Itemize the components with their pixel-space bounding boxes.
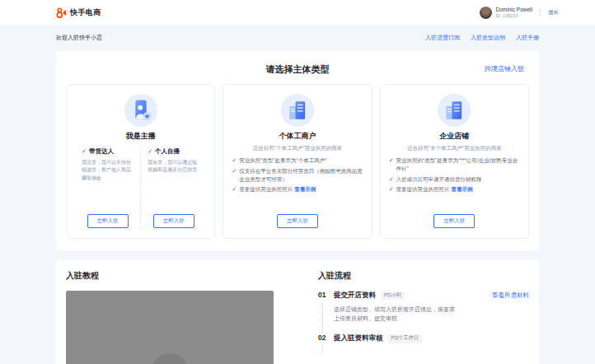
brand[interactable]: 快手电商 xyxy=(56,7,101,18)
join-now-button-distributor[interactable]: 立即入驻 xyxy=(87,214,129,228)
page: 快手电商 Dominic Powell ID: 135153 退出 欢迎入驻快手… xyxy=(0,0,595,364)
bullet-item: 仅支持在平台售卖部分经营类目（例如图书类商品需企业类型才可经营） xyxy=(232,167,363,184)
check-icon xyxy=(389,156,394,173)
check-icon xyxy=(232,185,237,194)
check-icon xyxy=(389,175,394,184)
bullet-text: 营业执照“类型”处显示为“个体工商户” xyxy=(239,157,326,163)
bullet-item: 入驻成功后可申请开通供货分销权限 xyxy=(389,175,520,184)
streamer-phone-icon xyxy=(124,94,157,127)
process-section: 入驻流程 01 提交开店资料 约1小时 查看所需材料 选择店铺类型、填写入驻所需… xyxy=(318,270,529,364)
brand-name: 快手电商 xyxy=(70,7,101,18)
building-icon xyxy=(281,94,314,127)
process-step-1: 01 提交开店资料 约1小时 查看所需材料 选择店铺类型、填写入驻所需开店信息，… xyxy=(318,291,529,334)
streamer-options: 带货达人 我没货，我可以去快分销选货，推广他人商品赚取佣金 立即入驻 个人自播 … xyxy=(75,147,206,228)
bottom-panel: 入驻教程 入驻流程 01 提交开店资料 约1小时 查看所需材料 xyxy=(56,260,539,364)
bullet-text: 仅支持在平台售卖部分经营类目（例如图书类商品需企业类型才可经营） xyxy=(239,168,363,182)
link-entry-handbook[interactable]: 入驻手册 xyxy=(516,34,539,42)
logout-button[interactable]: 退出 xyxy=(548,9,559,16)
divider xyxy=(540,8,541,16)
card-enterprise-bullets: 营业执照的“类型”处显示为“***公司/企业/农民专业合作社” 入驻成功后可申请… xyxy=(389,156,520,194)
card-enterprise-title: 企业店铺 xyxy=(439,131,469,142)
option-name: 带货达人 xyxy=(89,147,114,156)
step-title: 提交开店资料 xyxy=(334,291,376,301)
content-area: 欢迎入驻快手小店 入驻进度订阅 入驻类型说明 入驻手册 请选择主体类型 跨境店铺… xyxy=(0,25,595,364)
option-distributor: 带货达人 我没货，我可以去快分销选货，推广他人商品赚取佣金 立即入驻 xyxy=(75,147,140,228)
option-self-broadcast: 个人自播 我有货，我可以通过短视频和直播卖自己的货 立即入驻 xyxy=(140,147,206,228)
step-number: 02 xyxy=(318,334,334,343)
card-streamer-title: 我是主播 xyxy=(126,131,156,142)
user-id: ID: 135153 xyxy=(496,13,532,19)
user-name: Dominic Powell xyxy=(496,7,532,13)
entity-cards: 我是主播 带货达人 我没货，我可以去快分销选货，推广他人商品赚取佣金 立即入驻 xyxy=(66,84,529,239)
account-area: Dominic Powell ID: 135153 退出 xyxy=(480,7,559,19)
tutorial-title: 入驻教程 xyxy=(66,270,274,282)
entity-selector-panel: 请选择主体类型 跨境店铺入驻 我是主播 xyxy=(56,51,539,250)
step-description: 选择店铺类型、填写入驻所需开店信息，按要求上传资质材料、提交审核 xyxy=(334,305,459,323)
step-title: 提入驻资料审核 xyxy=(334,334,383,343)
user-info: Dominic Powell ID: 135153 xyxy=(496,7,532,19)
option-desc: 我有货，我可以通过短视频和直播卖自己的货 xyxy=(148,159,199,175)
card-enterprise-shop: 企业店铺 适合持有“非个体工商户”营业执照的商家 营业执照的“类型”处显示为“*… xyxy=(380,84,529,239)
link-entry-type-help[interactable]: 入驻类型说明 xyxy=(471,34,505,42)
view-example-link[interactable]: 查看示例 xyxy=(294,186,316,192)
card-individual-bullets: 营业执照“类型”处显示为“个体工商户” 仅支持在平台售卖部分经营类目（例如图书类… xyxy=(232,156,363,194)
bullet-item: 需要提供营业执照照片查看示例 xyxy=(389,185,520,194)
check-icon xyxy=(148,147,152,155)
step-body: 提交开店资料 约1小时 查看所需材料 选择店铺类型、填写入驻所需开店信息，按要求… xyxy=(334,291,529,323)
bullet-text: 营业执照的“类型”处显示为“***公司/企业/农民专业合作社” xyxy=(396,157,518,171)
bullet-text: 入驻成功后可申请开通供货分销权限 xyxy=(396,176,482,182)
step-body: 提入驻资料审核 约2个工作日 xyxy=(334,334,529,343)
view-example-link[interactable]: 查看示例 xyxy=(452,186,473,192)
option-head: 个人自播 xyxy=(148,147,180,156)
check-icon xyxy=(232,156,237,165)
option-head: 带货达人 xyxy=(82,147,114,156)
option-desc: 我没货，我可以去快分销选货，推广他人商品赚取佣金 xyxy=(82,159,134,182)
card-individual-business: 个体工商户 适合持有“个体工商户”营业执照的商家 营业执照“类型”处显示为“个体… xyxy=(223,84,372,239)
view-required-materials-link[interactable]: 查看所需材料 xyxy=(492,292,529,300)
kuaishou-logo-icon xyxy=(56,7,67,18)
tutorial-section: 入驻教程 xyxy=(66,270,274,364)
bullet-text: 需要提供营业执照照片 xyxy=(396,186,450,192)
option-name: 个人自播 xyxy=(155,147,180,156)
bullet-item: 营业执照的“类型”处显示为“***公司/企业/农民专业合作社” xyxy=(389,156,520,173)
card-streamer: 我是主播 带货达人 我没货，我可以去快分销选货，推广他人商品赚取佣金 立即入驻 xyxy=(66,84,215,239)
avatar[interactable] xyxy=(480,7,492,19)
bullet-text: 需要提供营业执照照片 xyxy=(239,186,293,192)
welcome-text: 欢迎入驻快手小店 xyxy=(56,34,102,42)
tutorial-video-placeholder[interactable] xyxy=(66,291,274,364)
panel-head: 请选择主体类型 跨境店铺入驻 xyxy=(66,61,529,77)
card-enterprise-subtitle: 适合持有“非个体工商户”营业执照的商家 xyxy=(407,145,502,152)
step-duration-badge: 约2个工作日 xyxy=(388,334,422,343)
process-title: 入驻流程 xyxy=(318,270,529,282)
check-icon xyxy=(232,167,237,184)
top-header: 快手电商 Dominic Powell ID: 135153 退出 xyxy=(0,0,595,25)
page-title: 请选择主体类型 xyxy=(66,61,529,77)
help-links: 入驻进度订阅 入驻类型说明 入驻手册 xyxy=(425,34,539,42)
process-step-2: 02 提入驻资料审核 约2个工作日 xyxy=(318,334,529,354)
subheader: 欢迎入驻快手小店 入驻进度订阅 入驻类型说明 入驻手册 xyxy=(56,25,539,51)
bullet-item: 需要提供营业执照照片查看示例 xyxy=(232,185,363,194)
card-individual-title: 个体工商户 xyxy=(279,131,316,142)
check-icon xyxy=(82,147,87,155)
video-play-overlay[interactable] xyxy=(151,353,189,364)
building-icon xyxy=(438,94,471,127)
crossborder-entry-link[interactable]: 跨境店铺入驻 xyxy=(485,64,524,73)
card-individual-subtitle: 适合持有“个体工商户”营业执照的商家 xyxy=(253,145,342,152)
step-number: 01 xyxy=(318,291,334,323)
bullet-item: 营业执照“类型”处显示为“个体工商户” xyxy=(232,156,363,165)
check-icon xyxy=(389,185,394,194)
step-duration-badge: 约1小时 xyxy=(381,292,405,301)
join-now-button-enterprise[interactable]: 立即入驻 xyxy=(433,214,475,228)
step-head: 提交开店资料 约1小时 查看所需材料 xyxy=(334,291,529,301)
join-now-button-individual[interactable]: 立即入驻 xyxy=(277,214,318,228)
step-head: 提入驻资料审核 约2个工作日 xyxy=(334,334,529,343)
link-progress-subscribe[interactable]: 入驻进度订阅 xyxy=(425,34,460,42)
process-steps: 01 提交开店资料 约1小时 查看所需材料 选择店铺类型、填写入驻所需开店信息，… xyxy=(318,291,529,354)
join-now-button-self-broadcast[interactable]: 立即入驻 xyxy=(153,214,194,228)
